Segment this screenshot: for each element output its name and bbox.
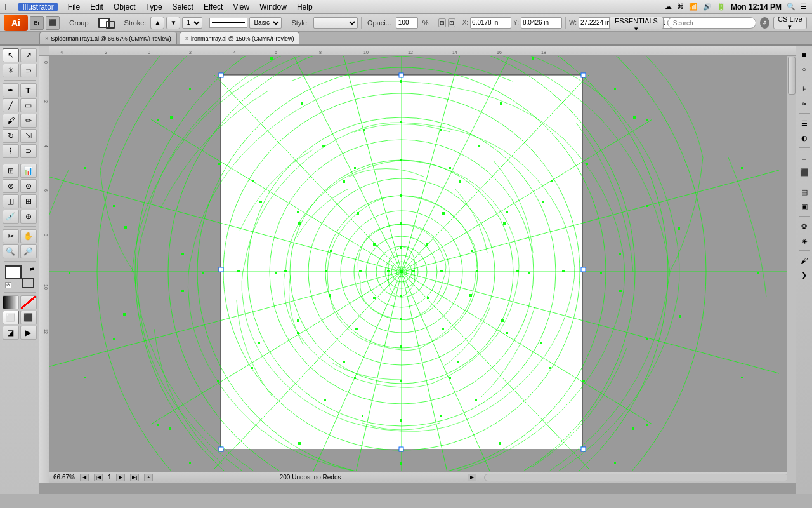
brushes-btn[interactable]: 🖌: [798, 254, 811, 267]
table-btn[interactable]: ⊦: [798, 83, 811, 95]
normal-screen-btn[interactable]: ⬜: [3, 311, 19, 324]
horizontal-scrollbar[interactable]: [484, 474, 789, 481]
rp-sep-1: [799, 79, 810, 79]
transform-btns[interactable]: ⊞: [438, 18, 446, 27]
nav-rewind-btn[interactable]: |◀: [94, 474, 103, 481]
line-tool[interactable]: ╱: [3, 98, 19, 112]
eyedropper-tool[interactable]: 💉: [3, 210, 19, 224]
menu-view[interactable]: View: [233, 3, 249, 11]
opacity-input[interactable]: [396, 17, 418, 29]
svg-rect-154: [757, 272, 759, 274]
menu-file[interactable]: File: [68, 3, 80, 11]
play-btn[interactable]: ▶: [468, 474, 476, 481]
nav-end-btn[interactable]: ▶|: [130, 474, 139, 481]
full-screen-btn[interactable]: ⬛: [20, 311, 37, 324]
stroke-width-select[interactable]: 123: [182, 17, 202, 29]
bridge-btn[interactable]: Br: [30, 16, 44, 30]
bluetooth-icon: ⌘: [677, 3, 684, 11]
mesh-tool[interactable]: ⊞: [20, 194, 37, 208]
symbol-tool[interactable]: ⊛: [3, 179, 19, 193]
rect-tool[interactable]: ▭: [20, 98, 37, 112]
scroll-thumb[interactable]: [788, 57, 796, 95]
layout-btn[interactable]: ⬛: [46, 16, 60, 30]
selection-tool[interactable]: ↖: [3, 48, 19, 62]
swap-colors-btn[interactable]: ⇄: [30, 266, 34, 272]
style-select[interactable]: [313, 17, 358, 29]
layers-panel-btn[interactable]: ▤: [798, 185, 811, 198]
curves-btn[interactable]: ≈: [798, 97, 811, 110]
add-page-btn[interactable]: +: [144, 474, 153, 481]
toolbar-sep-3: [206, 17, 206, 29]
vertical-scrollbar[interactable]: [787, 56, 796, 483]
search-icon[interactable]: 🔍: [787, 3, 796, 11]
fill-none-btn[interactable]: [20, 295, 37, 309]
menu-window[interactable]: Window: [259, 3, 287, 11]
menu-type[interactable]: Type: [146, 3, 162, 11]
stroke-color[interactable]: [22, 278, 34, 288]
type-tool[interactable]: T: [20, 83, 37, 97]
opacity-panel-btn[interactable]: □: [798, 151, 811, 164]
menu-edit[interactable]: Edit: [90, 3, 103, 11]
tab-ironman[interactable]: × ironmantray.ai @ 150% (CMYK/Preview): [180, 32, 300, 44]
none-color-btn[interactable]: ⊘: [5, 282, 11, 288]
full-screen-no-menu-btn[interactable]: ◪: [3, 326, 19, 340]
paintbrush-tool[interactable]: 🖌: [3, 114, 19, 128]
rotate-tool[interactable]: ↻: [3, 129, 19, 143]
nav-fwd-btn[interactable]: ▶: [116, 474, 125, 481]
symbols-panel-btn[interactable]: ❂: [798, 220, 811, 232]
basic-select[interactable]: Basic: [249, 17, 282, 29]
scissor-tool[interactable]: ✂: [3, 229, 19, 243]
nav-prev-btn[interactable]: ◀: [80, 474, 89, 481]
expand-btn[interactable]: ❯: [798, 269, 811, 281]
menu-help[interactable]: Help: [297, 3, 313, 11]
artboards-btn[interactable]: ▣: [798, 200, 811, 213]
gradient-tool[interactable]: ◫: [3, 194, 19, 208]
align-btns[interactable]: ⊡: [448, 18, 455, 27]
direct-selection-tool[interactable]: ↗: [20, 48, 37, 62]
gradient-panel-btn[interactable]: ◐: [798, 131, 811, 144]
y-input[interactable]: 8.0426 in: [521, 17, 562, 29]
presentation-btn[interactable]: ▶: [20, 326, 37, 340]
color-picker-btn[interactable]: ○: [798, 63, 811, 76]
apple-menu[interactable]: : [5, 1, 8, 12]
fill-gradient-btn[interactable]: [3, 295, 19, 309]
color-guide-btn[interactable]: ■: [798, 48, 811, 61]
stroke-up-btn[interactable]: ▲: [150, 17, 164, 29]
free-transform-tool[interactable]: ⊞: [3, 164, 19, 178]
menu-effect[interactable]: Effect: [204, 3, 223, 11]
lasso-tool[interactable]: ⊃: [20, 64, 37, 77]
magic-wand-tool[interactable]: ✳: [3, 64, 19, 77]
hand-tool[interactable]: ✋: [20, 229, 37, 243]
menu-object[interactable]: Object: [114, 3, 136, 11]
menu-list-icon[interactable]: ☰: [801, 3, 807, 11]
essentials-btn[interactable]: ESSENTIALS ▾: [609, 17, 664, 29]
zoom-out-tool[interactable]: 🔎: [20, 244, 37, 258]
graph-tool[interactable]: 📊: [20, 164, 37, 178]
pen-tool[interactable]: ✒: [3, 83, 19, 97]
ruler-mark-neg4: -4: [59, 50, 63, 55]
graphic-styles-btn[interactable]: ◈: [798, 234, 811, 247]
tab-spiderman[interactable]: × SpidermanTray1.ai @ 66.67% (CMYK/Previ…: [39, 32, 177, 44]
fill-color[interactable]: [5, 265, 22, 279]
stroke-down-btn[interactable]: ▼: [166, 17, 180, 29]
transform-panel-btn[interactable]: ⬛: [798, 166, 811, 178]
warp-tool[interactable]: ⌇: [3, 144, 19, 158]
x-input[interactable]: 6.0178 in: [470, 17, 511, 29]
col-guide-tool[interactable]: ⊙: [20, 179, 37, 193]
pencil-tool[interactable]: ✏: [20, 114, 37, 128]
stroke-swatch[interactable]: [106, 21, 115, 29]
svg-rect-120: [449, 167, 451, 169]
menu-illustrator[interactable]: Illustrator: [18, 3, 57, 11]
blend-tool[interactable]: ⊕: [20, 210, 37, 224]
search-input[interactable]: [667, 17, 756, 29]
width-tool[interactable]: ⊃: [20, 144, 37, 158]
style-label: Style:: [289, 19, 311, 27]
menu-select[interactable]: Select: [173, 3, 193, 11]
scale-tool[interactable]: ⇲: [20, 129, 37, 143]
tab-close-spiderman[interactable]: ×: [45, 36, 48, 42]
cs-live-btn[interactable]: CS Live ▾: [773, 17, 807, 29]
svg-rect-45: [400, 295, 402, 297]
tab-close-ironman[interactable]: ×: [185, 36, 188, 42]
zoom-tool[interactable]: 🔍: [3, 244, 19, 258]
stroke-panel-btn[interactable]: ☰: [798, 117, 811, 130]
